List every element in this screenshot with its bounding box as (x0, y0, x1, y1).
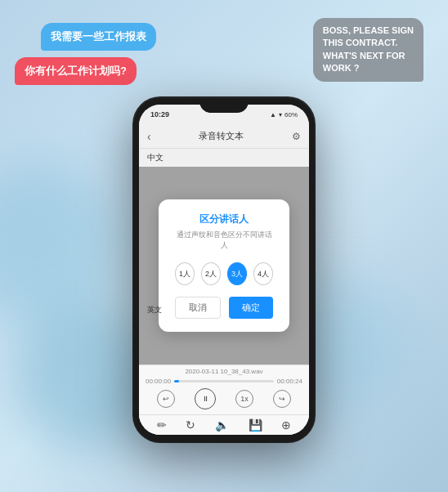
bottom-bar: 2020-03-11 10_38_43.wav 00:00:00 00:00:2… (139, 365, 309, 435)
lang-label-cn: 中文 (139, 149, 309, 167)
signal-icon: ▲ (270, 111, 276, 119)
phone-device: 10:29 ▲ ▾ 60% ‹ 录音转文本 ⚙ 中文 区 (134, 98, 314, 441)
dialog-subtitle: 通过声纹和音色区分不同讲话人 (175, 230, 273, 251)
phone-notch (199, 98, 249, 113)
confirm-button[interactable]: 确定 (229, 297, 273, 319)
dialog-actions: 取消 确定 (175, 297, 273, 319)
forward-icon: ↪ (279, 395, 285, 403)
volume-button[interactable]: 🔈 (215, 418, 229, 432)
app-title: 录音转文本 (199, 130, 244, 142)
speaker-btn-4[interactable]: 4人 (253, 262, 273, 285)
status-time: 10:29 (150, 110, 169, 119)
battery-icon: 60% (284, 111, 298, 119)
bubble1-text: 我需要一些工作报表 (51, 30, 146, 42)
wifi-icon: ▾ (279, 111, 282, 119)
speaker-btn-2[interactable]: 2人 (201, 262, 221, 285)
speaker-btn-3[interactable]: 3人 (227, 262, 247, 285)
speed-icon: 1x (240, 395, 249, 403)
time-end: 00:00:24 (277, 378, 302, 385)
save-button[interactable]: 💾 (249, 418, 262, 432)
chat-bubble-1: 我需要一些工作报表 (41, 23, 156, 51)
bubble3-line3: WHAT'S NEXT FOR (323, 50, 414, 62)
app-header: ‹ 录音转文本 ⚙ (139, 124, 309, 149)
dialog-overlay: 区分讲话人 通过声纹和音色区分不同讲话人 1人 2人 3人 (139, 167, 309, 365)
play-icon: ⏸ (202, 395, 209, 403)
speaker-label-2: 2人 (205, 269, 217, 280)
dialog-title: 区分讲话人 (175, 212, 273, 226)
bottom-toolbar: ✏ ↻ 🔈 💾 ⊕ (139, 414, 309, 435)
progress-row: 00:00:00 00:00:24 (139, 378, 309, 385)
bubble3-line4: WORK ? (323, 62, 414, 74)
controls-row: ↩ ⏸ 1x ↪ (139, 385, 309, 414)
progress-fill (174, 380, 179, 382)
back-button[interactable]: ‹ (147, 130, 151, 143)
file-info: 2020-03-11 10_38_43.wav (139, 365, 309, 378)
content-area: 区分讲话人 通过声纹和音色区分不同讲话人 1人 2人 3人 (139, 167, 309, 365)
speaker-label-1: 1人 (179, 269, 190, 280)
speaker-options: 1人 2人 3人 4人 (175, 262, 273, 285)
time-start: 00:00:00 (146, 378, 171, 385)
bubble2-text: 你有什么工作计划吗? (25, 65, 127, 77)
speaker-btn-1[interactable]: 1人 (175, 262, 195, 285)
bg-decoration-1 (0, 163, 123, 327)
rewind-icon: ↩ (163, 395, 169, 403)
phone-body: 10:29 ▲ ▾ 60% ‹ 录音转文本 ⚙ 中文 区 (134, 98, 314, 441)
expand-button[interactable]: ⊕ (281, 418, 291, 432)
lang-label-en: 英文 (147, 305, 162, 315)
chat-bubble-3: BOSS, PLEASE SIGN THIS CONTRACT. WHAT'S … (313, 18, 423, 82)
progress-bar[interactable] (174, 380, 274, 382)
speaker-dialog: 区分讲话人 通过声纹和音色区分不同讲话人 1人 2人 3人 (159, 199, 289, 332)
status-icons: ▲ ▾ 60% (270, 111, 298, 119)
chat-bubble-2: 你有什么工作计划吗? (15, 57, 137, 85)
play-button[interactable]: ⏸ (195, 388, 216, 409)
edit-button[interactable]: ✏ (157, 418, 167, 432)
speed-button[interactable]: 1x (235, 390, 253, 408)
bubble3-line1: BOSS, PLEASE SIGN (323, 25, 414, 37)
rewind-button[interactable]: ↩ (157, 390, 175, 408)
settings-button[interactable]: ⚙ (292, 131, 301, 142)
speaker-label-3: 3人 (231, 269, 243, 280)
bubble3-line2: THIS CONTRACT. (323, 37, 414, 49)
refresh-button[interactable]: ↻ (186, 418, 195, 432)
phone-screen: 10:29 ▲ ▾ 60% ‹ 录音转文本 ⚙ 中文 区 (139, 105, 309, 435)
cancel-button[interactable]: 取消 (175, 297, 221, 319)
speaker-label-4: 4人 (258, 269, 269, 280)
forward-button[interactable]: ↪ (273, 390, 291, 408)
